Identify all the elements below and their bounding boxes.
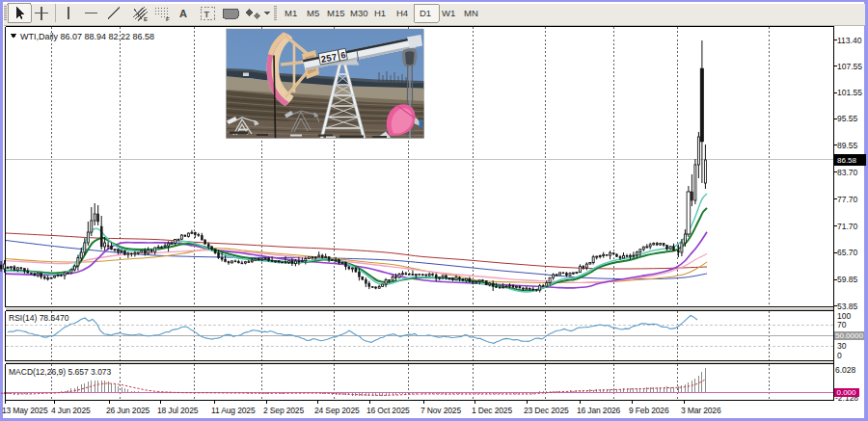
svg-text:86.58: 86.58 xyxy=(837,156,857,165)
svg-text:0: 0 xyxy=(837,351,842,360)
svg-text:W1: W1 xyxy=(442,8,455,18)
svg-text:16 Jan 2026: 16 Jan 2026 xyxy=(577,406,621,415)
svg-text:13 May 2025: 13 May 2025 xyxy=(2,406,48,415)
svg-text:113.40: 113.40 xyxy=(837,36,862,45)
svg-text:70: 70 xyxy=(837,320,847,329)
svg-text:M15: M15 xyxy=(327,8,344,18)
svg-text:26 Jun 2025: 26 Jun 2025 xyxy=(106,406,150,415)
svg-text:7 Nov 2025: 7 Nov 2025 xyxy=(420,406,461,415)
svg-text:M30: M30 xyxy=(350,8,367,18)
svg-text:2 Sep 2025: 2 Sep 2025 xyxy=(263,406,304,415)
svg-text:101.55: 101.55 xyxy=(837,88,862,97)
svg-text:23 Dec 2025: 23 Dec 2025 xyxy=(524,406,569,415)
svg-text:M1: M1 xyxy=(285,8,297,18)
svg-text:11 Aug 2025: 11 Aug 2025 xyxy=(211,406,256,415)
svg-text:WTI,Daily 86.07 88.94 82.22 8: WTI,Daily 86.07 88.94 82.22 86.58 xyxy=(20,32,154,41)
svg-text:83.70: 83.70 xyxy=(837,168,858,177)
svg-text:RSI(14) 78.6470: RSI(14) 78.6470 xyxy=(9,313,69,323)
svg-text:53.85: 53.85 xyxy=(837,302,858,311)
svg-text:24 Sep 2025: 24 Sep 2025 xyxy=(314,406,360,415)
svg-text:77.70: 77.70 xyxy=(837,195,858,204)
svg-text:18 Jul 2025: 18 Jul 2025 xyxy=(157,406,199,415)
svg-text:M5: M5 xyxy=(307,8,319,18)
svg-text:50.0000: 50.0000 xyxy=(835,331,863,340)
svg-text:95.55: 95.55 xyxy=(837,114,858,123)
svg-text:89.55: 89.55 xyxy=(837,141,858,150)
svg-text:30: 30 xyxy=(837,341,847,351)
svg-text:MACD(12,26,9) 5.657 3.073: MACD(12,26,9) 5.657 3.073 xyxy=(9,367,112,377)
svg-text:6.028: 6.028 xyxy=(835,365,856,375)
svg-text:0.000: 0.000 xyxy=(837,388,857,397)
svg-text:59.85: 59.85 xyxy=(837,275,858,284)
svg-text:16 Oct 2025: 16 Oct 2025 xyxy=(366,406,410,415)
svg-text:D1: D1 xyxy=(420,8,431,18)
svg-text:F: F xyxy=(166,16,170,22)
svg-text:A: A xyxy=(179,8,187,19)
svg-text:100: 100 xyxy=(837,311,851,321)
svg-text:MN: MN xyxy=(464,8,478,18)
svg-text:H4: H4 xyxy=(396,8,408,18)
svg-text:E: E xyxy=(144,16,148,22)
svg-text:H1: H1 xyxy=(374,8,386,18)
svg-text:4 Jun 2025: 4 Jun 2025 xyxy=(51,406,91,415)
svg-text:1 Dec 2025: 1 Dec 2025 xyxy=(472,406,512,415)
svg-text:65.70: 65.70 xyxy=(837,248,858,257)
svg-text:71.70: 71.70 xyxy=(837,222,858,231)
svg-text:3 Mar 2026: 3 Mar 2026 xyxy=(681,406,721,415)
svg-text:T: T xyxy=(204,10,210,19)
svg-text:9 Feb 2026: 9 Feb 2026 xyxy=(629,406,669,415)
svg-text:107.55: 107.55 xyxy=(837,62,862,71)
